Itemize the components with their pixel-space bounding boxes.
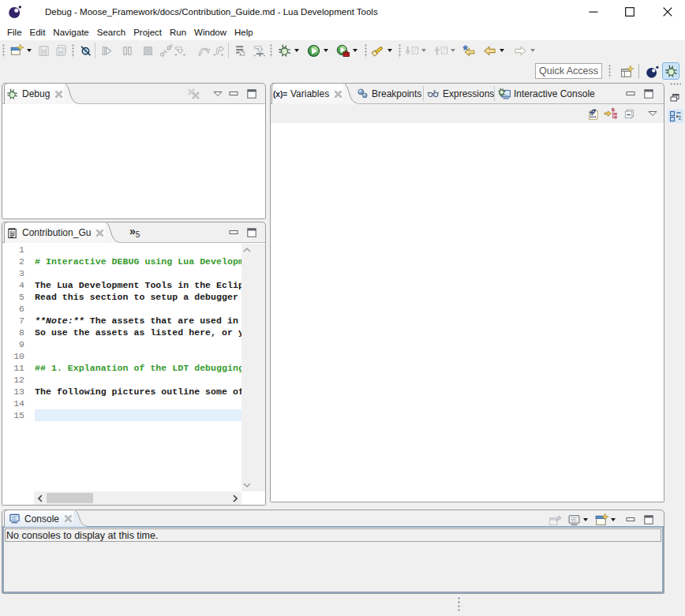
toolbar-drag-handle[interactable] — [72, 44, 75, 58]
close-tab-icon[interactable] — [334, 90, 342, 99]
toolbar-drag-handle[interactable] — [399, 44, 402, 58]
debug-view-content[interactable] — [2, 104, 265, 218]
editor-line-12[interactable] — [35, 374, 243, 386]
external-tools-dropdown-arrow[interactable] — [353, 49, 357, 52]
toolbar-drag-handle[interactable] — [270, 44, 273, 58]
minimize-view-button[interactable] — [229, 226, 238, 240]
forward-button[interactable] — [512, 42, 537, 59]
search-dropdown-arrow[interactable] — [387, 49, 392, 52]
forward-dropdown-arrow[interactable] — [530, 49, 535, 52]
editor-line-13[interactable]: The following pictures outline some of — [35, 386, 243, 398]
window-minimize-button[interactable] — [575, 0, 612, 24]
previous-annotation-button[interactable] — [432, 42, 457, 59]
back-button[interactable] — [481, 42, 506, 59]
outline-view-button[interactable] — [668, 109, 683, 123]
strip-drag-handle[interactable] — [670, 83, 681, 86]
editor-line-14[interactable] — [35, 398, 243, 409]
scroll-left-arrow[interactable] — [38, 495, 43, 502]
quick-access-input[interactable] — [535, 63, 602, 79]
maximize-view-button[interactable] — [247, 226, 256, 240]
pin-console-button[interactable] — [548, 513, 562, 527]
open-console-button[interactable] — [595, 513, 608, 527]
display-console-dropdown-arrow[interactable] — [583, 518, 588, 521]
tab-expressions[interactable]: Expressions — [424, 84, 497, 103]
editor-line-1[interactable] — [35, 244, 243, 256]
show-logical-structure-button[interactable] — [604, 106, 617, 121]
previous-annotation-dropdown-arrow[interactable] — [451, 49, 455, 52]
use-step-filters-button[interactable] — [233, 42, 249, 59]
step-into-button[interactable] — [172, 42, 189, 59]
tab-interactive-console[interactable]: Interactive Console — [495, 84, 598, 103]
tab-debug-view[interactable]: Debug — [4, 83, 64, 104]
scroll-right-arrow[interactable] — [233, 495, 238, 502]
editor-line-2[interactable]: # Interactive DEBUG using Lua Developme — [35, 256, 243, 267]
tab-variables[interactable]: Variables — [271, 83, 343, 104]
toolbar-drag-handle[interactable] — [2, 44, 6, 58]
editor-line-11[interactable]: ## 1. Explanation of the LDT debugging — [35, 362, 243, 374]
debug-perspective-button[interactable] — [662, 62, 679, 80]
display-selected-console-button[interactable] — [567, 513, 581, 527]
close-tab-icon[interactable] — [95, 229, 104, 237]
menu-window[interactable]: Window — [190, 26, 230, 39]
open-perspective-button[interactable] — [618, 63, 635, 80]
editor-line-10[interactable] — [35, 350, 243, 362]
horizontal-scroll-thumb[interactable] — [47, 493, 93, 503]
toolbar-drag-handle[interactable] — [365, 44, 368, 58]
scroll-down-arrow[interactable] — [243, 483, 251, 487]
window-close-button[interactable] — [649, 0, 685, 24]
new-wizard-dropdown-arrow[interactable] — [27, 49, 32, 52]
menu-project[interactable]: Project — [129, 26, 166, 39]
maximize-view-button[interactable] — [247, 87, 256, 101]
editor-line-4[interactable]: The Lua Development Tools in the Eclips — [35, 279, 243, 291]
editor-vertical-scrollbar[interactable] — [241, 244, 253, 491]
menu-run[interactable]: Run — [166, 26, 190, 39]
menu-navigate[interactable]: Navigate — [49, 26, 92, 39]
window-maximize-button[interactable] — [612, 0, 648, 24]
scroll-up-arrow[interactable] — [243, 248, 251, 252]
editor-line-5[interactable]: Read this section to setup a debugger i — [35, 291, 243, 303]
back-dropdown-arrow[interactable] — [500, 49, 504, 52]
console-content[interactable]: No consoles to display at this time. — [2, 526, 664, 593]
tab-breakpoints[interactable]: Breakpoints — [354, 84, 425, 103]
menu-edit[interactable]: Edit — [26, 26, 50, 39]
run-button[interactable] — [305, 42, 330, 59]
close-tab-icon[interactable] — [64, 514, 73, 523]
save-all-button[interactable] — [53, 42, 69, 59]
titlebar[interactable]: Debug - Moose_Framework/docs/Contributio… — [0, 0, 685, 24]
menu-search[interactable]: Search — [93, 26, 129, 39]
drop-to-frame-button[interactable] — [251, 42, 268, 59]
debug-button[interactable] — [276, 42, 301, 59]
restore-views-button[interactable] — [668, 91, 683, 103]
menu-file[interactable]: File — [3, 26, 26, 39]
skip-all-breakpoints-button[interactable] — [77, 42, 94, 59]
open-console-dropdown-arrow[interactable] — [611, 518, 616, 521]
variables-view-content[interactable] — [271, 123, 664, 502]
show-type-names-button[interactable] — [587, 106, 601, 121]
external-tools-button[interactable] — [335, 42, 359, 59]
debug-dropdown-arrow[interactable] — [294, 49, 299, 52]
hidden-editors-chevron[interactable]: »5 — [129, 225, 140, 239]
search-button[interactable] — [369, 42, 394, 59]
overview-ruler[interactable] — [253, 244, 265, 491]
menu-help[interactable]: Help — [230, 26, 257, 39]
minimize-view-button[interactable] — [626, 513, 635, 527]
remove-all-terminated-button[interactable] — [187, 87, 201, 101]
collapse-all-button[interactable] — [623, 106, 635, 121]
resume-button[interactable] — [99, 42, 115, 59]
editor-line-8[interactable]: So use the assets as listed here, or yo — [35, 327, 243, 338]
tab-console[interactable]: Console — [4, 510, 73, 527]
save-button[interactable] — [36, 42, 52, 59]
statusbar-drag-handle[interactable] — [458, 597, 460, 612]
editor-horizontal-scrollbar[interactable] — [34, 491, 241, 505]
maximize-view-button[interactable] — [644, 513, 653, 527]
step-over-button[interactable] — [196, 42, 212, 59]
terminate-button[interactable] — [140, 42, 156, 59]
minimize-view-button[interactable] — [229, 87, 238, 101]
lua-perspective-button[interactable] — [643, 63, 661, 80]
view-menu-button[interactable] — [648, 106, 657, 121]
close-tab-icon[interactable] — [54, 90, 63, 99]
editor-text-area[interactable]: # Interactive DEBUG using Lua Developme … — [35, 244, 243, 491]
tab-contribution-guide[interactable]: Contribution_Gu — [4, 222, 105, 243]
suspend-button[interactable] — [119, 42, 136, 59]
maximize-view-button[interactable] — [644, 87, 653, 101]
